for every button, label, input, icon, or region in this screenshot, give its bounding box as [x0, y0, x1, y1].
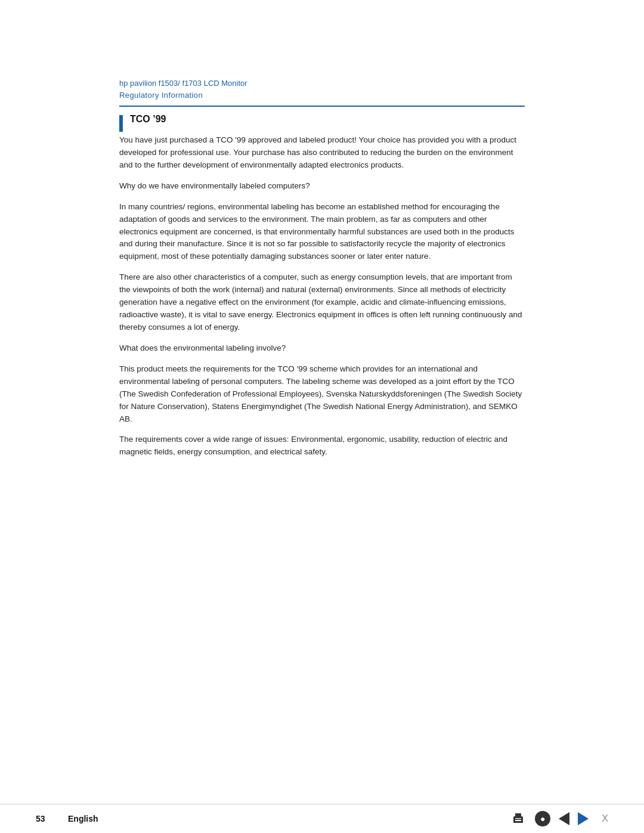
content-area: hp pavilion f1503/ f1703 LCD Monitor Reg…	[119, 0, 525, 673]
arrow-left-icon	[559, 812, 569, 825]
breadcrumb-title: hp pavilion f1503/ f1703 LCD Monitor	[119, 78, 525, 89]
section-divider	[119, 106, 525, 107]
info-button[interactable]: ●	[535, 811, 550, 826]
section-heading-container: TCO ’99	[119, 114, 525, 125]
svg-rect-4	[513, 821, 523, 823]
svg-rect-3	[515, 818, 521, 819]
section-heading: TCO ’99	[130, 114, 525, 125]
print-icon	[510, 810, 527, 827]
spacer	[0, 673, 644, 804]
close-button[interactable]: X	[602, 813, 608, 824]
footer-bar: 53 English ●	[0, 804, 644, 833]
paragraph-6: This product meets the requirements for …	[119, 363, 525, 426]
paragraph-3: In many countries/ regions, environmenta…	[119, 201, 525, 264]
paragraph-4: There are also other characteristics of …	[119, 271, 525, 334]
language-label: English	[68, 814, 496, 823]
print-button[interactable]	[510, 810, 527, 827]
paragraph-2: Why do we have environmentally labeled c…	[119, 180, 525, 193]
breadcrumb: hp pavilion f1503/ f1703 LCD Monitor Reg…	[119, 78, 525, 101]
breadcrumb-subtitle: Regulatory Information	[119, 89, 525, 101]
info-icon: ●	[535, 811, 550, 826]
footer-icons: ● X	[510, 810, 608, 827]
paragraph-7: The requirements cover a wide range of i…	[119, 433, 525, 459]
page-number: 53	[36, 814, 54, 823]
prev-button[interactable]	[559, 812, 569, 825]
arrow-right-icon	[578, 812, 589, 825]
paragraph-5: What does the environmental labeling inv…	[119, 342, 525, 355]
next-button[interactable]	[578, 812, 589, 825]
svg-rect-1	[515, 813, 521, 817]
heading-accent-bar	[119, 115, 123, 132]
paragraph-1: You have just purchased a TCO '99 approv…	[119, 134, 525, 172]
page-container: hp pavilion f1503/ f1703 LCD Monitor Reg…	[0, 0, 644, 833]
